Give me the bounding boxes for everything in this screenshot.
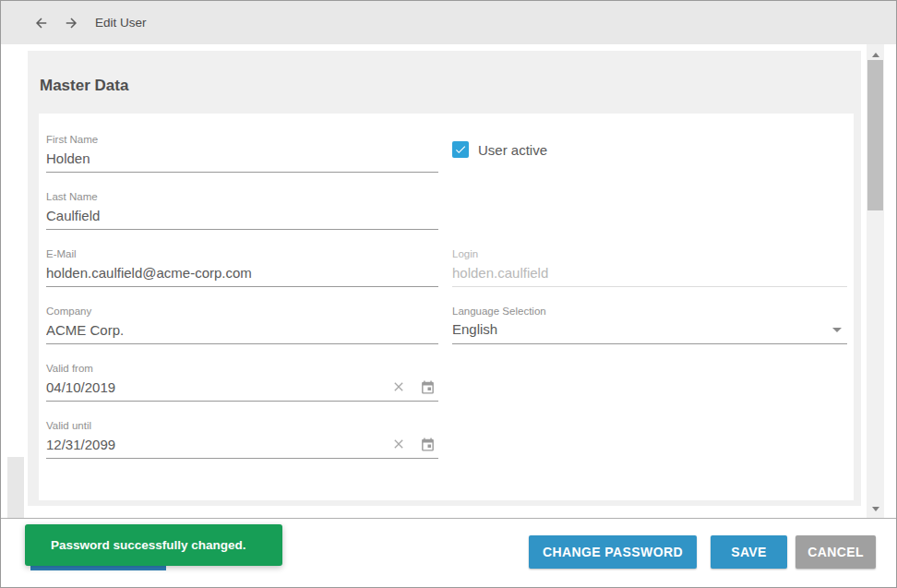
language-field: Language Selection English bbox=[452, 306, 847, 344]
calendar-icon bbox=[420, 379, 436, 395]
valid-until-input[interactable] bbox=[46, 437, 391, 452]
clear-date-button[interactable] bbox=[391, 437, 406, 451]
last-name-input[interactable] bbox=[46, 208, 438, 223]
close-icon bbox=[391, 379, 406, 394]
scrollbar-thumb[interactable] bbox=[867, 60, 883, 210]
arrow-left-icon bbox=[33, 15, 50, 31]
open-datepicker-button[interactable] bbox=[420, 437, 436, 452]
email-label: E-Mail bbox=[46, 248, 438, 260]
language-select[interactable]: English bbox=[452, 320, 847, 344]
login-field: Login bbox=[452, 248, 847, 287]
form-panel: User active First Name Last Name E-Mail … bbox=[39, 114, 854, 500]
first-name-label: First Name bbox=[46, 134, 438, 146]
valid-from-input[interactable] bbox=[46, 379, 391, 395]
scroll-down-arrow-icon[interactable] bbox=[867, 502, 884, 515]
section-title: Master Data bbox=[40, 77, 128, 95]
scroll-up-arrow-icon[interactable] bbox=[867, 48, 884, 61]
company-input[interactable] bbox=[46, 322, 438, 338]
language-label: Language Selection bbox=[452, 306, 847, 318]
page-title: Edit User bbox=[95, 16, 147, 30]
company-field: Company bbox=[46, 306, 438, 344]
email-input[interactable] bbox=[46, 265, 438, 281]
last-name-field: Last Name bbox=[46, 191, 438, 230]
success-toast: Password successfully changed. bbox=[25, 524, 282, 566]
calendar-icon bbox=[420, 437, 436, 452]
toast-message: Password successfully changed. bbox=[51, 538, 246, 552]
first-name-input[interactable] bbox=[46, 150, 438, 166]
valid-until-field: Valid until bbox=[46, 420, 438, 459]
cancel-button[interactable]: CANCEL bbox=[795, 535, 876, 569]
user-active-checkbox-row[interactable]: User active bbox=[452, 141, 547, 158]
last-name-label: Last Name bbox=[46, 191, 438, 203]
save-button[interactable]: SAVE bbox=[711, 535, 787, 569]
back-button[interactable] bbox=[30, 12, 53, 34]
chevron-down-icon bbox=[832, 328, 842, 332]
change-password-button[interactable]: CHANGE PASSWORD bbox=[529, 535, 697, 569]
top-bar: Edit User bbox=[1, 1, 896, 44]
clear-date-button[interactable] bbox=[391, 379, 406, 394]
forward-button[interactable] bbox=[60, 12, 82, 34]
checkbox-checked-icon[interactable] bbox=[452, 141, 469, 158]
login-label: Login bbox=[452, 248, 847, 260]
arrow-right-icon bbox=[63, 15, 79, 31]
email-field: E-Mail bbox=[46, 248, 438, 287]
close-icon bbox=[391, 437, 406, 451]
master-data-card: Master Data User active First Name Last … bbox=[28, 51, 861, 506]
valid-until-label: Valid until bbox=[46, 420, 438, 432]
login-input bbox=[452, 265, 847, 281]
valid-from-field: Valid from bbox=[46, 363, 438, 402]
language-value: English bbox=[452, 320, 832, 339]
user-active-label: User active bbox=[478, 142, 547, 158]
first-name-field: First Name bbox=[46, 134, 438, 173]
open-datepicker-button[interactable] bbox=[420, 379, 436, 395]
company-label: Company bbox=[46, 306, 438, 318]
valid-from-label: Valid from bbox=[46, 363, 438, 375]
